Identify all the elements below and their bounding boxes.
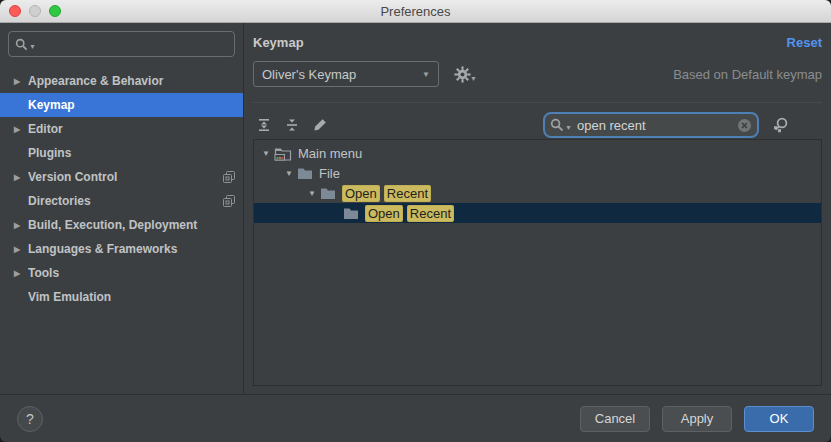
keymap-gear-button[interactable]: ▼ — [454, 66, 477, 83]
search-icon — [550, 118, 564, 132]
sidebar-item-label: Build, Execution, Deployment — [28, 218, 235, 232]
sidebar-item-label: Tools — [28, 266, 235, 280]
chevron-right-icon[interactable]: ▶ — [14, 269, 28, 278]
keymap-select-value: Oliver's Keymap — [262, 67, 356, 82]
reset-link[interactable]: Reset — [787, 35, 822, 50]
sidebar-item-label: Vim Emulation — [28, 290, 235, 304]
pencil-icon — [312, 117, 328, 133]
section-divider — [253, 102, 822, 103]
cancel-button[interactable]: Cancel — [580, 406, 650, 432]
dialog-footer: ? Cancel Apply OK — [0, 395, 831, 442]
preferences-window: Preferences ▼ ▶ Appearance & Behavior Ke… — [0, 0, 831, 442]
based-on-label: Based on Default keymap — [673, 67, 822, 82]
gear-icon — [454, 66, 471, 83]
chevron-right-icon[interactable]: ▶ — [14, 125, 28, 134]
action-search-field[interactable]: ▼ — [543, 112, 759, 138]
sidebar-item-vim-emulation[interactable]: Vim Emulation — [0, 285, 243, 309]
chevron-down-icon[interactable]: ▼ — [281, 169, 297, 178]
tree-row-label: File — [319, 166, 340, 181]
search-match-highlight: Recent — [407, 205, 454, 222]
sidebar-item-label: Editor — [28, 122, 235, 136]
sidebar-item-directories[interactable]: Directories — [0, 189, 243, 213]
find-by-shortcut-icon — [772, 116, 790, 134]
window-title: Preferences — [0, 4, 831, 19]
chevron-down-icon[interactable]: ▼ — [258, 149, 274, 158]
titlebar: Preferences — [0, 0, 831, 23]
keymap-select[interactable]: Oliver's Keymap ▼ — [253, 61, 439, 87]
find-actions-by-shortcut-button[interactable] — [772, 116, 790, 134]
sidebar-item-build-execution-deployment[interactable]: ▶ Build, Execution, Deployment — [0, 213, 243, 237]
ok-button[interactable]: OK — [744, 406, 814, 432]
sidebar-item-label: Plugins — [28, 146, 235, 160]
search-match-highlight: Open — [365, 205, 403, 222]
tree-row-open-recent-group[interactable]: ▼ Open Recent — [254, 183, 821, 203]
search-match-highlight: Recent — [384, 185, 431, 202]
help-icon: ? — [26, 411, 34, 427]
sidebar-search-box[interactable]: ▼ — [8, 31, 235, 57]
actions-tree: ▼ Main menu ▼ — [253, 139, 822, 386]
collapse-all-button[interactable] — [281, 114, 303, 136]
search-options-caret-icon[interactable]: ▼ — [29, 43, 36, 50]
chevron-right-icon[interactable]: ▶ — [14, 221, 28, 230]
page-title: Keymap — [253, 35, 304, 50]
sidebar-item-languages-frameworks[interactable]: ▶ Languages & Frameworks — [0, 237, 243, 261]
keymap-settings-panel: Keymap Reset Oliver's Keymap ▼ — [244, 23, 831, 394]
gear-dropdown-caret-icon: ▼ — [470, 75, 477, 82]
sidebar-item-label: Appearance & Behavior — [28, 74, 235, 88]
chevron-down-icon: ▼ — [422, 70, 430, 79]
clear-search-button[interactable] — [737, 118, 752, 133]
sidebar-item-appearance-behavior[interactable]: ▶ Appearance & Behavior — [0, 69, 243, 93]
tree-row-main-menu[interactable]: ▼ Main menu — [254, 143, 821, 163]
search-options-caret-icon[interactable]: ▼ — [565, 124, 572, 131]
settings-category-list: ▶ Appearance & Behavior Keymap ▶ Editor … — [0, 69, 243, 309]
expand-all-icon — [256, 117, 272, 133]
tree-row-label: Main menu — [298, 146, 362, 161]
search-icon — [15, 38, 28, 51]
clear-icon — [737, 118, 752, 133]
sidebar-item-label: Directories — [28, 194, 217, 208]
sidebar-item-version-control[interactable]: ▶ Version Control — [0, 165, 243, 189]
chevron-down-icon[interactable]: ▼ — [304, 189, 320, 198]
sidebar-search-input[interactable] — [36, 36, 228, 52]
expand-all-button[interactable] — [253, 114, 275, 136]
sidebar-item-tools[interactable]: ▶ Tools — [0, 261, 243, 285]
sidebar-item-editor[interactable]: ▶ Editor — [0, 117, 243, 141]
folder-icon — [343, 207, 359, 220]
keymap-toolbar: ▼ — [253, 112, 822, 138]
chevron-right-icon[interactable]: ▶ — [14, 173, 28, 182]
menu-folder-icon — [274, 146, 292, 161]
collapse-all-icon — [284, 117, 300, 133]
shared-settings-icon — [223, 195, 235, 207]
tree-row-file[interactable]: ▼ File — [254, 163, 821, 183]
sidebar-item-label: Keymap — [28, 98, 235, 112]
sidebar-item-plugins[interactable]: Plugins — [0, 141, 243, 165]
search-match-highlight: Open — [342, 185, 380, 202]
action-search-input[interactable] — [575, 117, 737, 134]
edit-shortcut-button[interactable] — [309, 114, 331, 136]
sidebar-item-label: Version Control — [28, 170, 217, 184]
folder-icon — [320, 187, 336, 200]
chevron-right-icon[interactable]: ▶ — [14, 77, 28, 86]
shared-settings-icon — [223, 171, 235, 183]
chevron-right-icon[interactable]: ▶ — [14, 245, 28, 254]
apply-button[interactable]: Apply — [662, 406, 732, 432]
folder-icon — [297, 167, 313, 180]
sidebar-item-label: Languages & Frameworks — [28, 242, 235, 256]
settings-sidebar: ▼ ▶ Appearance & Behavior Keymap ▶ Edito… — [0, 23, 243, 394]
tree-row-open-recent-selected[interactable]: Open Recent — [254, 203, 821, 223]
help-button[interactable]: ? — [17, 406, 43, 432]
sidebar-item-keymap[interactable]: Keymap — [0, 93, 243, 117]
